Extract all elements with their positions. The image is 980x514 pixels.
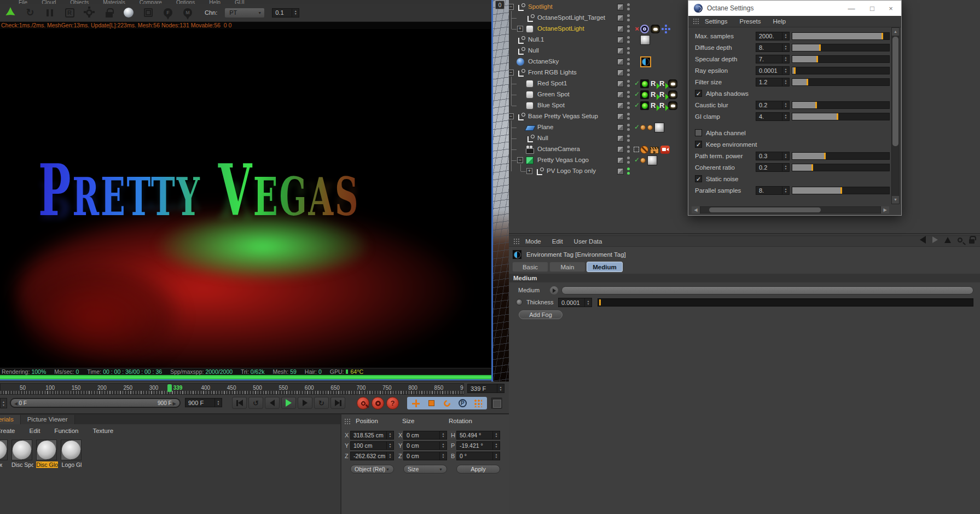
visibility-dots[interactable]: [627, 80, 630, 89]
playhead[interactable]: [167, 384, 172, 392]
material-mix[interactable]: Mix: [0, 440, 9, 468]
visibility-dots[interactable]: [627, 58, 630, 67]
previous-frame-button[interactable]: [265, 397, 280, 409]
next-frame-button[interactable]: [298, 397, 312, 409]
mat-menu-create[interactable]: Create: [0, 428, 15, 434]
layer-color-swatch[interactable]: [617, 48, 624, 54]
layer-color-swatch[interactable]: [617, 59, 624, 65]
coord-field-position-y[interactable]: 100 cm▲▼: [350, 441, 394, 450]
dropdown-size[interactable]: Size▼: [403, 465, 447, 473]
collapse-icon[interactable]: −: [517, 157, 523, 163]
disabled-cross-icon[interactable]: ×: [633, 25, 641, 33]
stepper-arrows-icon[interactable]: ▲▼: [782, 32, 789, 40]
focus-picker-pin-icon[interactable]: F: [162, 6, 174, 19]
tab-basic[interactable]: Basic: [512, 262, 548, 272]
loop-playback-button[interactable]: ↻: [314, 397, 329, 409]
scroll-down-icon[interactable]: ▼: [892, 196, 899, 204]
am-menu-mode[interactable]: Mode: [525, 238, 541, 245]
texture-tag-icon[interactable]: [640, 35, 650, 45]
panel-grip-icon[interactable]: [344, 418, 351, 425]
slider-handle[interactable]: [824, 153, 826, 159]
enabled-check-icon[interactable]: ✓: [633, 101, 641, 110]
setting-value-field[interactable]: 8.▲▼: [756, 43, 790, 52]
medium-link-field[interactable]: [561, 286, 973, 294]
coord-field-rotation-p[interactable]: -19.421 °▲▼: [456, 441, 500, 450]
layer-color-swatch[interactable]: [617, 4, 624, 10]
setting-value-field[interactable]: 8.▲▼: [756, 186, 790, 195]
setting-slider[interactable]: [792, 101, 890, 109]
search-icon[interactable]: [958, 238, 962, 242]
visibility-dots[interactable]: [627, 3, 630, 12]
light-material-tag-icon[interactable]: [668, 90, 677, 99]
octane-logo-icon[interactable]: [4, 6, 16, 19]
stepper-arrows-icon[interactable]: ▲▼: [386, 431, 393, 439]
slider-handle[interactable]: [837, 113, 838, 120]
material-picker-pin-icon[interactable]: M: [182, 6, 194, 19]
coord-field-size-y[interactable]: 0 cm▲▼: [403, 441, 447, 450]
visibility-dots[interactable]: [627, 168, 630, 176]
expression-tag-icon[interactable]: [662, 25, 670, 33]
lv-menu-objects[interactable]: Objects: [70, 0, 89, 4]
maximize-button[interactable]: □: [864, 1, 880, 16]
octane-menu-presets[interactable]: Presets: [740, 18, 761, 25]
visibility-dots[interactable]: [627, 47, 630, 56]
frame-stepper[interactable]: ▲▼: [0, 398, 7, 408]
lv-menu-compare[interactable]: Compare: [140, 0, 162, 4]
setting-value-field[interactable]: 0.2▲▼: [756, 163, 790, 172]
visibility-dots[interactable]: [627, 14, 630, 23]
light-material-tag-icon[interactable]: [668, 79, 677, 88]
material-thumbnail[interactable]: [0, 440, 8, 460]
setting-value-field[interactable]: 0.3▲▼: [756, 152, 790, 160]
checkbox-alpha-shadows[interactable]: ✓: [695, 90, 702, 97]
slider-handle[interactable]: [807, 79, 808, 85]
history-back-icon[interactable]: [920, 236, 926, 244]
lv-menu-cloud[interactable]: Cloud: [42, 0, 56, 4]
visibility-dots[interactable]: [627, 146, 630, 154]
stepper-arrows-icon[interactable]: ▲▼: [492, 452, 500, 460]
visibility-dots[interactable]: [627, 102, 630, 111]
phong-dot-icon[interactable]: [647, 125, 653, 130]
channel-dropdown[interactable]: PT▼: [225, 8, 264, 18]
slider-handle[interactable]: [815, 102, 817, 108]
record-keyframe-button[interactable]: [357, 397, 369, 409]
layer-color-swatch[interactable]: [617, 135, 624, 142]
octane-menu-settings[interactable]: Settings: [705, 18, 728, 25]
layer-color-swatch[interactable]: [617, 102, 624, 109]
play-button[interactable]: [281, 397, 296, 409]
expand-icon[interactable]: +: [517, 26, 523, 32]
setting-slider[interactable]: [792, 78, 890, 86]
visibility-dots[interactable]: [627, 135, 630, 143]
region-render-icon[interactable]: R: [63, 6, 76, 19]
enabled-check-icon[interactable]: ✓: [633, 90, 641, 99]
stepper-arrows-icon[interactable]: ▲▼: [292, 9, 299, 17]
end-frame-field[interactable]: 900 F ▲▼: [185, 398, 222, 407]
render-visibility-tag-icon[interactable]: R: [659, 101, 666, 110]
collapse-icon[interactable]: −: [509, 70, 514, 76]
setting-value-field[interactable]: 4.▲▼: [756, 112, 790, 121]
setting-slider[interactable]: [792, 67, 890, 74]
checkbox-alpha-channel[interactable]: [695, 129, 702, 136]
apply-button[interactable]: Apply: [456, 465, 500, 473]
layer-color-swatch[interactable]: [617, 80, 624, 87]
lv-menu-gui[interactable]: GUI: [235, 0, 245, 4]
light-tag-icon[interactable]: [640, 101, 649, 110]
scroll-left-icon[interactable]: ◀: [692, 206, 700, 213]
am-menu-user-data[interactable]: User Data: [574, 238, 602, 245]
coord-field-size-z[interactable]: 0 cm▲▼: [403, 452, 447, 460]
material-disc-glo[interactable]: Disc Glo: [36, 440, 58, 468]
enabled-check-icon[interactable]: ✓: [633, 156, 641, 165]
dropdown-object-rel[interactable]: Object (Rel)▼: [350, 465, 394, 473]
add-fog-button[interactable]: Add Fog: [519, 310, 563, 319]
setting-slider[interactable]: [792, 32, 890, 40]
key-scale-button[interactable]: [425, 398, 438, 409]
parent-object-icon[interactable]: [944, 237, 951, 243]
layer-color-swatch[interactable]: [617, 70, 624, 76]
material-thumbnail[interactable]: [36, 440, 57, 460]
visibility-dots[interactable]: [627, 25, 630, 34]
stepper-arrows-icon[interactable]: ▲▼: [214, 399, 222, 407]
key-position-button[interactable]: [409, 398, 422, 409]
setting-value-field[interactable]: 1.2▲▼: [756, 78, 790, 86]
setting-value-field[interactable]: 2000.▲▼: [756, 32, 790, 41]
setting-slider[interactable]: [792, 44, 890, 51]
render-visibility-tag-icon[interactable]: R: [659, 90, 666, 99]
